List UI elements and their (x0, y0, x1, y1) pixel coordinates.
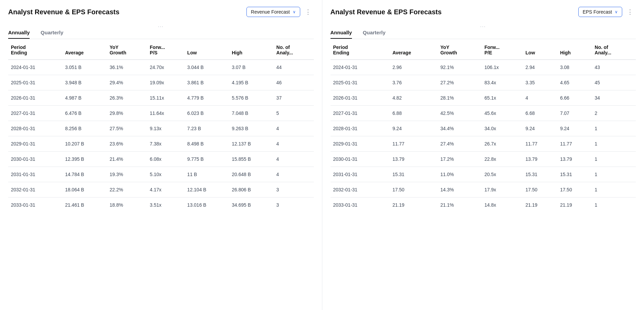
right-table-row: 2027-01-316.8842.5%45.6x6.687.072 (331, 106, 636, 121)
left-cell-low-3: 6.023 B (184, 106, 229, 121)
right-cell-low-0: 2.94 (523, 60, 558, 75)
left-forecast-dropdown[interactable]: Revenue Forecast ∨ (246, 7, 300, 17)
right-cell-average-8: 17.50 (390, 182, 438, 197)
left-cell-no_analysts-2: 37 (274, 90, 314, 106)
left-cell-average-2: 4.987 B (62, 90, 107, 106)
right-cell-fwd_pe-6: 22.8x (482, 152, 523, 167)
left-cell-yoy-7: 19.3% (107, 167, 147, 182)
left-col-fwd-ps: Forw...P/S (147, 39, 184, 60)
left-cell-period-4: 2028-01-31 (8, 121, 62, 136)
right-cell-low-8: 17.50 (523, 182, 558, 197)
right-cell-yoy-1: 27.2% (438, 75, 482, 90)
left-cell-fwd_ps-8: 4.17x (147, 182, 184, 197)
right-cell-average-7: 15.31 (390, 167, 438, 182)
left-col-yoy: YoYGrowth (107, 39, 147, 60)
left-cell-high-1: 4.195 B (229, 75, 274, 90)
left-cell-fwd_ps-3: 11.64x (147, 106, 184, 121)
left-table-row: 2028-01-318.256 B27.5%9.13x7.23 B9.263 B… (8, 121, 314, 136)
left-cell-low-7: 11 B (184, 167, 229, 182)
left-table-row: 2027-01-316.476 B29.8%11.64x6.023 B7.048… (8, 106, 314, 121)
left-cell-low-9: 13.016 B (184, 197, 229, 213)
left-dropdown-label: Revenue Forecast (251, 9, 290, 15)
right-dropdown-label: EPS Forecast (583, 9, 612, 15)
right-tab-quarterly[interactable]: Quarterly (363, 30, 386, 39)
right-cell-average-6: 13.79 (390, 152, 438, 167)
right-cell-no_analysts-9: 1 (592, 197, 636, 213)
left-cell-yoy-8: 22.2% (107, 182, 147, 197)
left-table-row: 2025-01-313.948 B29.4%19.09x3.861 B4.195… (8, 75, 314, 90)
right-table-head: PeriodEnding Average YoYGrowth Forw...P/… (331, 39, 636, 60)
left-table-row: 2033-01-3121.461 B18.8%3.51x13.016 B34.6… (8, 197, 314, 213)
right-cell-period-0: 2024-01-31 (331, 60, 390, 75)
left-cell-period-9: 2033-01-31 (8, 197, 62, 213)
left-cell-low-0: 3.044 B (184, 60, 229, 75)
left-cell-high-5: 12.137 B (229, 136, 274, 152)
right-cell-period-9: 2033-01-31 (331, 197, 390, 213)
right-table-header-row: PeriodEnding Average YoYGrowth Forw...P/… (331, 39, 636, 60)
right-cell-high-1: 4.65 (557, 75, 592, 90)
left-table-row: 2031-01-3114.784 B19.3%5.10x11 B20.648 B… (8, 167, 314, 182)
right-tab-annually[interactable]: Annually (331, 30, 352, 39)
left-tab-quarterly[interactable]: Quarterly (41, 30, 63, 39)
left-col-low: Low (184, 39, 229, 60)
left-cell-period-1: 2025-01-31 (8, 75, 62, 90)
right-col-average: Average (390, 39, 438, 60)
left-cell-fwd_ps-0: 24.70x (147, 60, 184, 75)
left-cell-fwd_ps-1: 19.09x (147, 75, 184, 90)
right-panel: Analyst Revenue & EPS Forecasts EPS Fore… (322, 0, 644, 310)
right-cell-high-6: 13.79 (557, 152, 592, 167)
left-cell-high-6: 15.855 B (229, 152, 274, 167)
left-cell-period-6: 2030-01-31 (8, 152, 62, 167)
left-cell-yoy-1: 29.4% (107, 75, 147, 90)
right-cell-yoy-2: 28.1% (438, 90, 482, 106)
left-cell-low-6: 9.775 B (184, 152, 229, 167)
right-col-fwd-pe: Forw...P/E (482, 39, 523, 60)
right-forecast-dropdown[interactable]: EPS Forecast ∨ (578, 7, 622, 17)
right-cell-high-2: 6.66 (557, 90, 592, 106)
right-cell-high-0: 3.08 (557, 60, 592, 75)
right-table-row: 2024-01-312.9692.1%106.1x2.943.0843 (331, 60, 636, 75)
left-header-right: Revenue Forecast ∨ ⋮ (246, 7, 313, 17)
right-panel-header: Analyst Revenue & EPS Forecasts EPS Fore… (331, 7, 636, 17)
left-cell-fwd_ps-2: 15.11x (147, 90, 184, 106)
right-cell-low-7: 15.31 (523, 167, 558, 182)
right-cell-fwd_pe-7: 20.5x (482, 167, 523, 182)
left-cell-average-0: 3.051 B (62, 60, 107, 75)
left-cell-no_analysts-0: 44 (274, 60, 314, 75)
left-cell-yoy-4: 27.5% (107, 121, 147, 136)
right-cell-no_analysts-0: 43 (592, 60, 636, 75)
left-table-head: PeriodEnding Average YoYGrowth Forw...P/… (8, 39, 314, 60)
right-cell-yoy-3: 42.5% (438, 106, 482, 121)
left-cell-low-2: 4.779 B (184, 90, 229, 106)
right-cell-fwd_pe-9: 14.8x (482, 197, 523, 213)
right-dots-menu[interactable]: ⋮ (625, 7, 636, 17)
right-cell-fwd_pe-4: 34.0x (482, 121, 523, 136)
left-cell-fwd_ps-4: 9.13x (147, 121, 184, 136)
right-cell-no_analysts-6: 1 (592, 152, 636, 167)
right-table-row: 2030-01-3113.7917.2%22.8x13.7913.791 (331, 152, 636, 167)
left-tab-annually[interactable]: Annually (8, 30, 30, 39)
left-cell-average-8: 18.064 B (62, 182, 107, 197)
right-header-right: EPS Forecast ∨ ⋮ (578, 7, 636, 17)
right-cell-no_analysts-3: 2 (592, 106, 636, 121)
right-cell-fwd_pe-2: 65.1x (482, 90, 523, 106)
right-table: PeriodEnding Average YoYGrowth Forw...P/… (331, 39, 636, 212)
right-cell-period-1: 2025-01-31 (331, 75, 390, 90)
left-cell-high-4: 9.263 B (229, 121, 274, 136)
left-cell-high-2: 5.576 B (229, 90, 274, 106)
right-cell-low-9: 21.19 (523, 197, 558, 213)
left-table-row: 2026-01-314.987 B26.3%15.11x4.779 B5.576… (8, 90, 314, 106)
left-cell-no_analysts-8: 3 (274, 182, 314, 197)
right-table-row: 2028-01-319.2434.4%34.0x9.249.241 (331, 121, 636, 136)
right-cell-no_analysts-2: 34 (592, 90, 636, 106)
right-panel-title: Analyst Revenue & EPS Forecasts (331, 8, 442, 16)
left-cell-no_analysts-4: 4 (274, 121, 314, 136)
left-header-dots: ··· (8, 24, 314, 29)
left-cell-fwd_ps-6: 6.08x (147, 152, 184, 167)
right-col-period: PeriodEnding (331, 39, 390, 60)
right-header-dots: ··· (331, 24, 636, 29)
left-cell-average-6: 12.395 B (62, 152, 107, 167)
right-chevron-icon: ∨ (615, 10, 618, 14)
left-cell-low-5: 8.498 B (184, 136, 229, 152)
left-dots-menu[interactable]: ⋮ (303, 7, 314, 17)
